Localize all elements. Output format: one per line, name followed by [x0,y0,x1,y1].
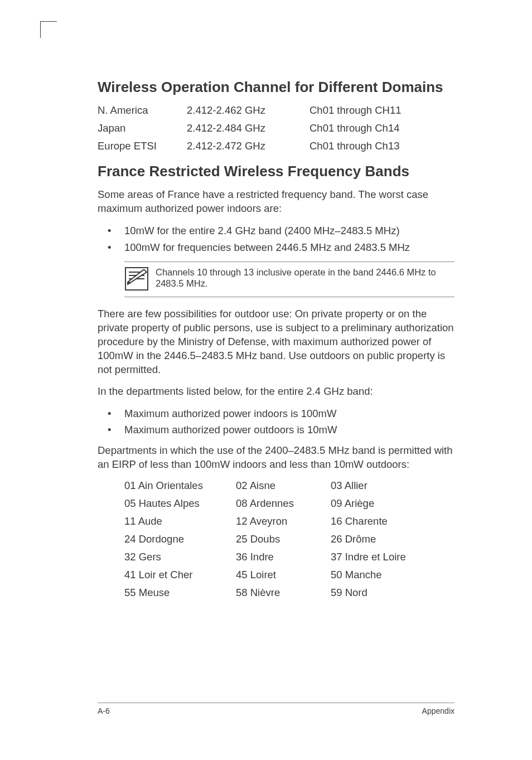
table-row: 01 Ain Orientales 02 Aisne 03 Allier [124,480,454,492]
list-item: 10mW for the entire 2.4 GHz band (2400 M… [98,224,454,238]
channel-cell: Ch01 through Ch14 [309,122,454,134]
departments-table: 01 Ain Orientales 02 Aisne 03 Allier 05 … [124,480,454,599]
domain-table: N. America 2.412-2.462 GHz Ch01 through … [98,104,454,152]
table-row: N. America 2.412-2.462 GHz Ch01 through … [98,104,454,117]
table-row: 24 Dordogne 25 Doubs 26 Drôme [124,533,454,545]
freq-cell: 2.412-2.462 GHz [187,104,309,117]
dept-cell: 02 Aisne [236,480,331,492]
page-content: Wireless Operation Channel for Different… [98,78,454,604]
table-row: Japan 2.412-2.484 GHz Ch01 through Ch14 [98,122,454,134]
freq-cell: 2.412-2.484 GHz [187,122,309,134]
heading-france-bands: France Restricted Wireless Frequency Ban… [98,162,454,181]
page-footer: A-6 Appendix [98,703,454,715]
channel-cell: Ch01 through CH11 [309,104,454,117]
dept-cell: 24 Dordogne [124,533,236,545]
table-row: 11 Aude 12 Aveyron 16 Charente [124,515,454,527]
bullet-list-2: Maximum authorized power indoors is 100m… [98,406,454,438]
freq-cell: 2.412-2.472 GHz [187,140,309,152]
table-row: 41 Loir et Cher 45 Loiret 50 Manche [124,569,454,581]
list-item: Maximum authorized power outdoors is 10m… [98,423,454,437]
crop-mark-top-left [40,21,57,38]
intro-paragraph: Some areas of France have a restricted f… [98,188,454,216]
dept-cell: 55 Meuse [124,587,236,599]
channel-cell: Ch01 through Ch13 [309,140,454,152]
region-cell: N. America [98,104,187,117]
dept-cell: 45 Loiret [236,569,331,581]
table-row: 32 Gers 36 Indre 37 Indre et Loire [124,551,454,563]
region-cell: Japan [98,122,187,134]
dept-cell: 32 Gers [124,551,236,563]
dept-cell: 05 Hautes Alpes [124,497,236,510]
dept-cell: 58 Nièvre [236,587,331,599]
list-item: Maximum authorized power indoors is 100m… [98,406,454,421]
heading-wireless-channel: Wireless Operation Channel for Different… [98,78,454,96]
departments-intro-1: In the departments listed below, for the… [98,385,454,399]
dept-cell: 25 Doubs [236,533,331,545]
dept-cell: 41 Loir et Cher [124,569,236,581]
bullet-list-1: 10mW for the entire 2.4 GHz band (2400 M… [98,224,454,255]
departments-intro-2: Departments in which the use of the 2400… [98,444,454,472]
note-icon [124,267,149,291]
outdoor-paragraph: There are few possibilities for outdoor … [98,307,454,377]
dept-cell: 09 Ariège [331,497,454,510]
dept-cell: 50 Manche [331,569,454,581]
dept-cell: 11 Aude [124,515,236,527]
dept-cell: 08 Ardennes [236,497,331,510]
list-item: 100mW for frequencies between 2446.5 MHz… [98,240,454,255]
section-name: Appendix [422,706,454,715]
dept-cell: 26 Drôme [331,533,454,545]
page-number: A-6 [98,706,110,715]
note-box: Channels 10 through 13 inclusive operate… [124,262,454,297]
dept-cell: 36 Indre [236,551,331,563]
dept-cell: 03 Allier [331,480,454,492]
table-row: 55 Meuse 58 Nièvre 59 Nord [124,587,454,599]
table-row: Europe ETSI 2.412-2.472 GHz Ch01 through… [98,140,454,152]
dept-cell: 59 Nord [331,587,454,599]
dept-cell: 12 Aveyron [236,515,331,527]
region-cell: Europe ETSI [98,140,187,152]
dept-cell: 01 Ain Orientales [124,480,236,492]
table-row: 05 Hautes Alpes 08 Ardennes 09 Ariège [124,497,454,510]
dept-cell: 37 Indre et Loire [331,551,454,563]
note-text: Channels 10 through 13 inclusive operate… [156,267,454,289]
dept-cell: 16 Charente [331,515,454,527]
